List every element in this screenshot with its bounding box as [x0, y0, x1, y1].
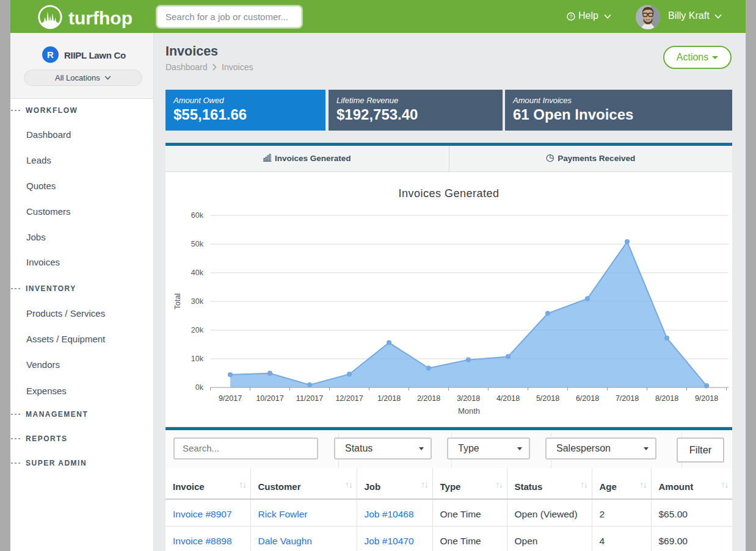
svg-text:40k: 40k	[191, 268, 204, 277]
svg-text:9/2017: 9/2017	[219, 394, 242, 403]
svg-text:Invoices Generated: Invoices Generated	[398, 187, 499, 200]
svg-text:5/2018: 5/2018	[536, 394, 559, 403]
svg-text:10/2017: 10/2017	[256, 394, 283, 403]
svg-text:30k: 30k	[191, 297, 204, 306]
svg-text:9/2018: 9/2018	[695, 394, 718, 403]
svg-text:Month: Month	[458, 406, 480, 416]
svg-text:60k: 60k	[191, 211, 204, 220]
svg-text:3/2018: 3/2018	[457, 394, 480, 403]
svg-text:7/2018: 7/2018	[616, 394, 639, 403]
svg-text:12/2017: 12/2017	[335, 394, 363, 403]
svg-text:2/2018: 2/2018	[417, 394, 440, 403]
svg-text:8/2018: 8/2018	[655, 394, 678, 403]
svg-text:1/2018: 1/2018	[377, 394, 401, 403]
svg-text:11/2017: 11/2017	[296, 394, 323, 403]
svg-text:20k: 20k	[191, 326, 204, 334]
svg-text:?: ?	[569, 13, 572, 20]
svg-text:50k: 50k	[191, 240, 204, 248]
svg-text:4/2018: 4/2018	[496, 394, 520, 403]
svg-text:10k: 10k	[191, 355, 204, 363]
svg-text:Total: Total	[173, 294, 182, 309]
svg-text:0k: 0k	[195, 383, 204, 392]
svg-text:6/2018: 6/2018	[576, 394, 599, 403]
